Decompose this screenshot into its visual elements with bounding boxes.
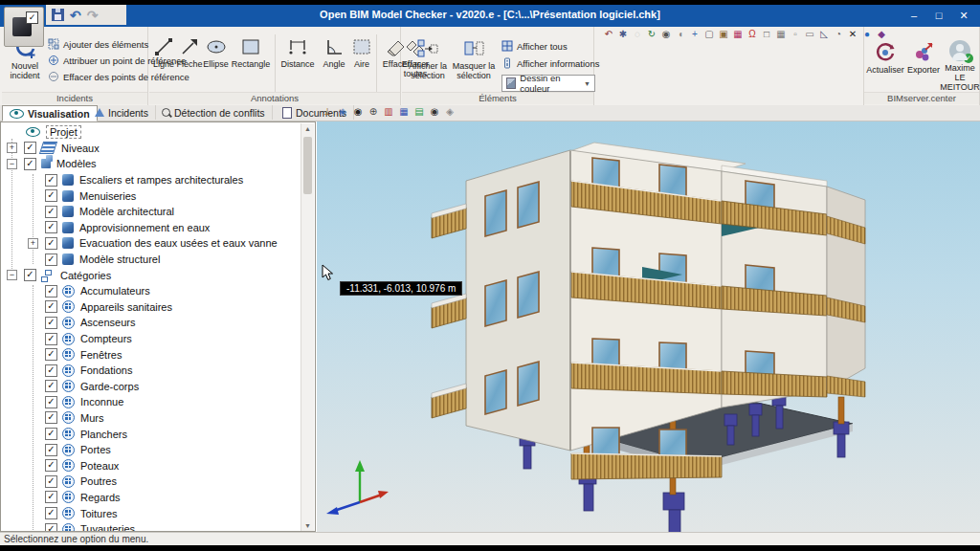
tree-checkbox[interactable]: ✓ [45,444,57,456]
drawing-mode-dropdown[interactable]: Dessin en couleur ▼ [501,75,595,92]
tree-item[interactable]: ✓Modèle architectural [3,204,303,220]
tree-item[interactable]: ✓Compteurs [3,331,303,347]
help-icon[interactable]: ◌ [632,29,643,40]
angle-tool-button[interactable]: Angle [320,36,348,69]
undo-icon[interactable]: ↶ [70,9,81,22]
redo-icon[interactable]: ↷ [87,9,99,22]
tree-item[interactable]: ✓Escaliers et rampes architecturales [3,172,303,188]
line-tool-button[interactable]: Ligne [151,36,176,69]
tree-checkbox[interactable]: ✓ [45,189,57,202]
center-view-icon[interactable]: + [689,29,701,40]
small-window-icon[interactable]: ▫ [790,29,801,40]
rectangle-tool-button[interactable]: Rectangle [230,36,272,69]
tree-checkbox[interactable]: ✓ [24,142,36,154]
tree-scrollbar[interactable]: ▲ ▼ [301,123,314,532]
tree-checkbox[interactable]: ✓ [45,459,57,472]
tree-checkbox[interactable]: ✓ [45,491,57,503]
tree-item[interactable]: ✓Garde-corps [3,379,303,395]
tree-checkbox[interactable]: ✓ [45,364,57,377]
clock-icon[interactable]: ◔ [833,29,844,40]
tab-incidents[interactable]: Incidents [88,105,156,120]
tree-checkbox[interactable]: ✓ [45,348,57,361]
snap-icon[interactable]: Ω [746,29,758,40]
tree-checkbox[interactable]: ✓ [24,269,36,281]
tree-item[interactable]: ✓Fondations [3,363,303,379]
3d-building-model[interactable] [317,121,980,532]
tab-conflict-detection[interactable]: Détection de conflits [155,105,273,120]
previous-view-icon[interactable]: ↶ [603,29,614,40]
arrow-tool-button[interactable]: Flèche [177,36,202,69]
tree-checkbox[interactable]: ✓ [45,411,57,424]
export-button[interactable]: Exporter [906,42,941,75]
expand-icon[interactable]: + [7,143,17,153]
select-window-icon[interactable]: ▢ [703,29,715,40]
hide-selection-button[interactable]: Masquer la sélection [452,38,496,80]
tree-item[interactable]: ✓Fenêtres [3,346,303,363]
add-elements-button[interactable]: Ajouter des éléments [48,38,148,50]
redraw-icon[interactable]: ↻ [646,29,657,40]
tree-item[interactable]: ✓Poutres [3,474,303,490]
settings-icon[interactable]: ✱ [617,29,629,40]
tree-checkbox[interactable]: ✓ [24,158,36,170]
tree-root-row[interactable]: Projet [3,124,303,141]
color-options-icon[interactable]: ▦ [732,29,744,40]
single-window-icon[interactable]: □ [761,29,772,40]
grid-windows-icon[interactable]: ▦ [775,29,787,40]
pan-icon[interactable]: ◖ [675,29,686,40]
tree-checkbox[interactable]: ✓ [45,475,57,488]
tree-checkbox[interactable]: ✓ [45,317,57,329]
distance-tool-button[interactable]: Distance [278,36,318,69]
tree-item[interactable]: ✓Regards [3,490,303,506]
tree-checkbox[interactable]: ✓ [45,221,57,233]
tree-item[interactable]: ✓Approvisionnement en eaux [3,220,303,236]
tree-checkbox[interactable]: ✓ [45,396,57,408]
ruler-icon[interactable]: ◺ [818,29,830,40]
tree-checkbox[interactable]: ✓ [45,507,57,519]
tree-checkbox[interactable]: ✓ [45,300,57,313]
split-red-icon[interactable]: ▥ [383,106,394,118]
axes-icon[interactable]: ⊥ [322,106,333,118]
tree-item[interactable]: ✓Murs [3,410,303,427]
tree-item[interactable]: +✓Niveaux [3,141,303,157]
tree-checkbox[interactable]: ✓ [45,174,57,187]
tree-item[interactable]: ✓Ascenseurs [3,315,303,331]
scroll-down-icon[interactable]: ▼ [301,520,314,532]
tree-checkbox[interactable]: ✓ [45,523,57,531]
hide-elements-icon[interactable]: ◉ [352,106,364,118]
solid-view-icon[interactable]: ◈ [337,106,348,118]
tree-item[interactable]: ✓Planchers [3,426,303,442]
tab-visualisation[interactable]: Visualisation [2,105,98,121]
tree-checkbox[interactable]: ✓ [45,428,57,440]
insert-image-icon[interactable]: ▣ [718,29,729,40]
tree-checkbox[interactable]: ✓ [45,380,57,392]
update-button[interactable]: Actualiser [866,42,904,75]
visibility-icon[interactable]: ◉ [429,106,440,118]
tree-checkbox[interactable]: ✓ [45,333,57,345]
tree-item[interactable]: ✓Toitures [3,505,303,521]
scroll-up-icon[interactable]: ▲ [301,123,314,135]
tree-item[interactable]: ✓Modèle structurel [3,252,303,268]
user-account-button[interactable]: ✓ Maxime LE MEITOUR [943,40,977,92]
save-icon[interactable] [52,9,64,21]
collapse-icon[interactable]: − [7,159,17,169]
tree-item[interactable]: −✓Catégories [3,267,303,283]
tree-checkbox[interactable]: ✓ [45,253,57,266]
area-tool-button[interactable]: Aire [350,36,373,69]
tree-item[interactable]: ✓Tuyauteries [3,521,303,531]
3d-viewport[interactable]: -11.331, -6.013, 10.976 m [317,121,980,532]
tree-item[interactable]: ✓Appareils sanitaires [3,299,303,316]
split-blue-icon[interactable]: ▦ [398,106,410,118]
maximize-button[interactable]: □ [926,7,951,24]
tree-checkbox[interactable]: ✓ [45,206,57,218]
close-button[interactable]: ✕ [951,7,976,24]
tree-checkbox[interactable]: ✓ [45,285,57,298]
zoom-window-icon[interactable]: ◉ [660,29,672,40]
tree-checkbox[interactable]: ✓ [45,237,57,250]
tree-item[interactable]: ✓Menuiseries [3,187,303,204]
delete-icon[interactable]: ✕ [847,29,858,40]
wide-window-icon[interactable]: ▭ [804,29,815,40]
tree-item[interactable]: −✓Modèles [3,156,303,172]
tree-item[interactable]: +✓Evacuation des eaux usées et eaux vann… [3,235,303,252]
show-information-button[interactable]: Afficher informations [501,57,599,69]
expand-icon[interactable]: + [28,238,38,249]
